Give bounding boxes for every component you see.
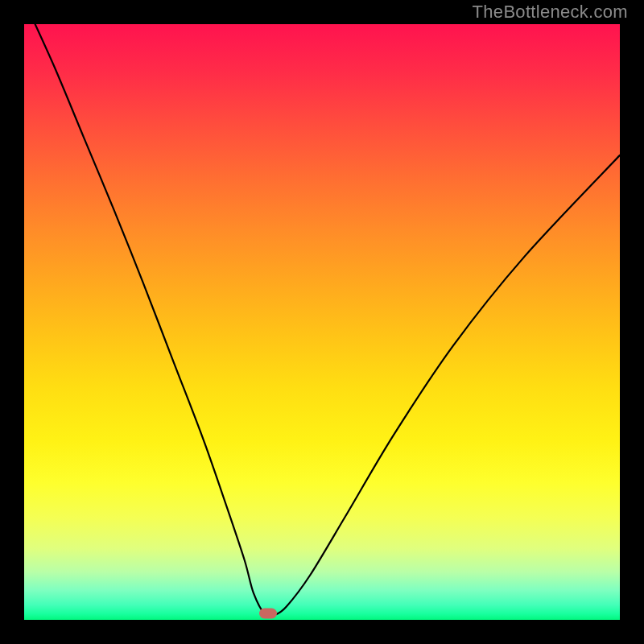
- bottleneck-curve: [24, 24, 620, 617]
- plot-area: [24, 24, 620, 620]
- optimal-marker: [259, 608, 277, 618]
- curve-svg: [24, 24, 620, 620]
- watermark-text: TheBottleneck.com: [473, 2, 628, 23]
